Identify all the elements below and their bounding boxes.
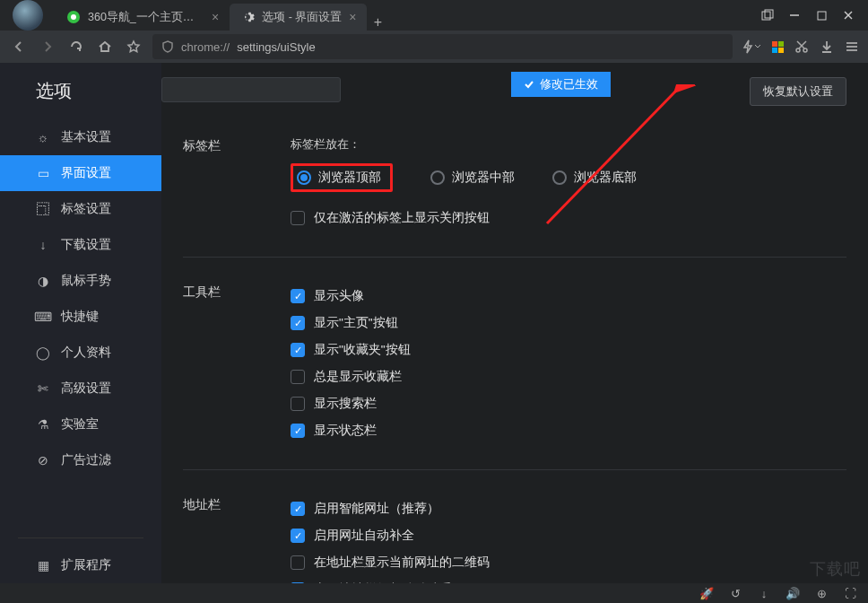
- sidebar-item-ui[interactable]: ▭界面设置: [0, 155, 161, 191]
- sidebar-item-advanced[interactable]: ✄高级设置: [0, 371, 161, 406]
- fullscreen-icon[interactable]: ⛶: [843, 586, 857, 600]
- radio-tabbar-bottom[interactable]: 浏览器底部: [552, 170, 637, 186]
- tab-strip: 360导航_一个主页，整个世界 × 选项 - 界面设置 × +: [56, 0, 388, 31]
- home-button[interactable]: [95, 37, 115, 57]
- settings-sidebar: 选项 ☼基本设置 ▭界面设置 ⿹标签设置 ↓下载设置 ◑鼠标手势 ⌨快捷键 ◯个…: [0, 63, 161, 583]
- tab-icon: ⿹: [36, 202, 50, 216]
- toolbar-option-0[interactable]: ✓显示头像: [291, 283, 846, 310]
- toolbar-option-1[interactable]: ✓显示"主页"按钮: [291, 310, 846, 336]
- url-path: settings/uiStyle: [237, 40, 315, 54]
- svg-point-8: [796, 48, 800, 52]
- window-icon: ▭: [36, 166, 50, 180]
- title-bar: 360导航_一个主页，整个世界 × 选项 - 界面设置 × +: [0, 0, 868, 31]
- gear-outline-icon: ☼: [36, 130, 50, 144]
- page-title: 选项: [0, 63, 161, 119]
- check-icon: [524, 79, 534, 90]
- wrench-icon: ✄: [36, 381, 50, 396]
- checkbox-close-active-only[interactable]: 仅在激活的标签上显示关闭按钮: [291, 205, 846, 232]
- checkbox-icon: ✓: [291, 502, 305, 516]
- toast-saved: 修改已生效: [511, 72, 611, 97]
- maximize-button[interactable]: [809, 3, 834, 28]
- section-title-tabbar: 标签栏: [183, 136, 291, 232]
- download-icon[interactable]: [820, 39, 834, 54]
- sidebar-item-shortcut[interactable]: ⌨快捷键: [0, 299, 161, 335]
- zoom-icon[interactable]: ⊕: [814, 586, 829, 600]
- sidebar-item-tabs[interactable]: ⿹标签设置: [0, 191, 161, 227]
- microsoft-apps-icon[interactable]: [772, 41, 784, 53]
- toolbar-option-3[interactable]: 总是显示收藏栏: [291, 363, 846, 390]
- checkbox-icon: ✓: [291, 289, 305, 303]
- addressbar-option-2[interactable]: 在地址栏显示当前网址的二维码: [291, 549, 846, 576]
- block-icon: ⊘: [36, 453, 50, 468]
- flash-icon[interactable]: [742, 39, 761, 54]
- restore-default-button[interactable]: 恢复默认设置: [750, 77, 846, 106]
- svg-point-9: [803, 48, 807, 52]
- close-icon[interactable]: ×: [349, 10, 356, 24]
- volume-icon[interactable]: 🔊: [786, 586, 800, 600]
- shield-icon: [161, 40, 174, 53]
- reload-button[interactable]: [66, 37, 86, 57]
- sidebar-item-lab[interactable]: ⚗实验室: [0, 406, 161, 442]
- tab-title: 选项 - 界面设置: [262, 10, 342, 25]
- addressbar-option-3[interactable]: ✓启用地址栏复制粘贴助手: [291, 576, 846, 583]
- back-button[interactable]: [9, 37, 29, 57]
- toolbar-option-4[interactable]: 显示搜索栏: [291, 390, 846, 417]
- restore-icon[interactable]: ↺: [728, 586, 742, 600]
- svg-rect-5: [818, 12, 826, 20]
- checkbox-icon: [291, 211, 305, 225]
- checkbox-icon: ✓: [291, 316, 305, 330]
- tab-title: 360导航_一个主页，整个世界: [88, 10, 204, 25]
- checkbox-icon: ✓: [291, 529, 305, 543]
- status-bar: 🚀 ↺ ↓ 🔊 ⊕ ⛶: [0, 583, 868, 603]
- sidebar-item-download[interactable]: ↓下载设置: [0, 227, 161, 263]
- addressbar-option-0[interactable]: ✓启用智能网址（推荐）: [291, 495, 846, 522]
- settings-search-input[interactable]: [161, 77, 341, 102]
- window-controls: [755, 3, 868, 28]
- checkbox-icon: [291, 555, 305, 570]
- addressbar-option-1[interactable]: ✓启用网址自动补全: [291, 522, 846, 549]
- svg-rect-2: [762, 12, 770, 20]
- toolbar-option-5[interactable]: ✓显示状态栏: [291, 417, 846, 444]
- radio-icon: [297, 170, 311, 185]
- rocket-icon[interactable]: 🚀: [699, 586, 714, 600]
- new-tab-button[interactable]: +: [367, 14, 388, 31]
- sidebar-item-extensions[interactable]: ▦扩展程序: [0, 547, 161, 583]
- radio-icon: [552, 170, 567, 185]
- tab-360nav[interactable]: 360导航_一个主页，整个世界 ×: [56, 4, 230, 31]
- minimize-button[interactable]: [782, 3, 807, 28]
- checkbox-icon: ✓: [291, 343, 305, 357]
- flask-icon: ⚗: [36, 417, 50, 432]
- sidebar-item-basic[interactable]: ☼基本设置: [0, 119, 161, 155]
- checkbox-icon: ✓: [291, 582, 305, 583]
- toolbar-option-2[interactable]: ✓显示"收藏夹"按钮: [291, 336, 846, 363]
- radio-tabbar-middle[interactable]: 浏览器中部: [430, 170, 515, 186]
- svg-rect-3: [765, 10, 773, 18]
- avatar[interactable]: [13, 0, 43, 31]
- radio-tabbar-top[interactable]: 浏览器顶部: [291, 163, 393, 192]
- close-button[interactable]: [836, 3, 861, 28]
- section-title-toolbar: 工具栏: [183, 283, 291, 444]
- radio-icon: [430, 170, 445, 185]
- settings-content: 修改已生效 恢复默认设置 标签栏 标签栏放在： 浏览器顶部: [161, 63, 868, 583]
- download-status-icon[interactable]: ↓: [757, 586, 771, 600]
- overlay-window-icon[interactable]: [755, 3, 780, 28]
- url-box[interactable]: chrome://settings/uiStyle: [152, 34, 733, 59]
- forward-button[interactable]: [38, 37, 57, 57]
- sidebar-item-mouse[interactable]: ◑鼠标手势: [0, 263, 161, 299]
- favicon-gear-icon: [240, 10, 255, 24]
- checkbox-icon: [291, 370, 305, 384]
- tabbar-position-label: 标签栏放在：: [291, 136, 846, 153]
- sidebar-item-profile[interactable]: ◯个人资料: [0, 335, 161, 371]
- favicon-360-icon: [66, 10, 81, 24]
- extensions-icon: ▦: [36, 558, 50, 572]
- person-icon: ◯: [36, 345, 50, 360]
- close-icon[interactable]: ×: [212, 10, 219, 24]
- cut-icon[interactable]: [794, 39, 809, 54]
- download-icon: ↓: [36, 238, 50, 252]
- checkbox-icon: ✓: [291, 424, 305, 438]
- favorites-button[interactable]: [124, 37, 143, 57]
- sidebar-item-adblock[interactable]: ⊘广告过滤: [0, 442, 161, 478]
- mouse-icon: ◑: [36, 274, 50, 288]
- tab-settings-ui[interactable]: 选项 - 界面设置 ×: [230, 4, 367, 31]
- menu-button[interactable]: [845, 39, 859, 54]
